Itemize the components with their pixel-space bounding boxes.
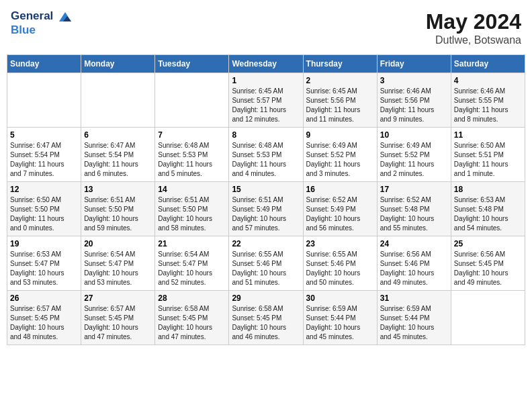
calendar-week-row: 26Sunrise: 6:57 AM Sunset: 5:45 PM Dayli… [7,291,525,345]
calendar-cell: 24Sunrise: 6:56 AM Sunset: 5:46 PM Dayli… [377,236,451,291]
calendar-week-row: 12Sunrise: 6:50 AM Sunset: 5:50 PM Dayli… [7,182,525,236]
day-number: 27 [84,293,152,303]
calendar-cell: 11Sunrise: 6:50 AM Sunset: 5:51 PM Dayli… [451,128,525,182]
day-info: Sunrise: 6:49 AM Sunset: 5:52 PM Dayligh… [380,141,448,179]
calendar-week-row: 1Sunrise: 6:45 AM Sunset: 5:57 PM Daylig… [7,73,525,128]
calendar-cell: 7Sunrise: 6:48 AM Sunset: 5:53 PM Daylig… [155,128,229,182]
page-header: General Blue May 2024 Dutlwe, Botswana [7,7,525,49]
calendar-cell: 31Sunrise: 6:59 AM Sunset: 5:44 PM Dayli… [377,291,451,345]
day-info: Sunrise: 6:47 AM Sunset: 5:54 PM Dayligh… [84,141,152,179]
day-number: 17 [380,185,448,194]
day-info: Sunrise: 6:46 AM Sunset: 5:56 PM Dayligh… [380,87,448,124]
calendar-cell: 9Sunrise: 6:49 AM Sunset: 5:52 PM Daylig… [303,128,377,182]
day-info: Sunrise: 6:58 AM Sunset: 5:45 PM Dayligh… [158,304,226,342]
day-info: Sunrise: 6:48 AM Sunset: 5:53 PM Dayligh… [232,141,300,179]
day-number: 26 [10,293,78,303]
day-info: Sunrise: 6:54 AM Sunset: 5:47 PM Dayligh… [84,250,152,287]
calendar-week-row: 5Sunrise: 6:47 AM Sunset: 5:54 PM Daylig… [7,128,525,182]
day-number: 10 [380,130,448,140]
calendar-cell: 8Sunrise: 6:48 AM Sunset: 5:53 PM Daylig… [229,128,303,182]
day-number: 5 [10,130,78,140]
day-number: 12 [10,185,78,194]
calendar-cell: 12Sunrise: 6:50 AM Sunset: 5:50 PM Dayli… [7,182,81,236]
location: Dutlwe, Botswana [426,34,521,46]
day-number: 23 [306,239,374,248]
day-number: 28 [158,293,226,303]
day-info: Sunrise: 6:50 AM Sunset: 5:51 PM Dayligh… [454,141,522,179]
logo: General Blue [11,9,73,37]
day-info: Sunrise: 6:58 AM Sunset: 5:45 PM Dayligh… [232,304,300,342]
header-friday: Friday [377,55,451,73]
calendar-header-row: SundayMondayTuesdayWednesdayThursdayFrid… [7,55,525,73]
day-info: Sunrise: 6:59 AM Sunset: 5:44 PM Dayligh… [380,304,448,342]
day-number: 31 [380,293,448,303]
calendar-cell [81,73,155,128]
day-info: Sunrise: 6:55 AM Sunset: 5:46 PM Dayligh… [306,250,374,287]
day-number: 8 [232,130,300,140]
calendar-cell: 13Sunrise: 6:51 AM Sunset: 5:50 PM Dayli… [81,182,155,236]
calendar-cell: 28Sunrise: 6:58 AM Sunset: 5:45 PM Dayli… [155,291,229,345]
day-number: 1 [232,76,300,85]
calendar-cell [155,73,229,128]
day-number: 20 [84,239,152,248]
calendar-cell: 1Sunrise: 6:45 AM Sunset: 5:57 PM Daylig… [229,73,303,128]
day-number: 9 [306,130,374,140]
header-tuesday: Tuesday [155,55,229,73]
day-info: Sunrise: 6:53 AM Sunset: 5:47 PM Dayligh… [10,250,78,287]
day-number: 13 [84,185,152,194]
day-number: 14 [158,185,226,194]
header-sunday: Sunday [7,55,81,73]
day-info: Sunrise: 6:57 AM Sunset: 5:45 PM Dayligh… [10,304,78,342]
day-info: Sunrise: 6:47 AM Sunset: 5:54 PM Dayligh… [10,141,78,179]
day-info: Sunrise: 6:54 AM Sunset: 5:47 PM Dayligh… [158,250,226,287]
calendar-cell: 17Sunrise: 6:52 AM Sunset: 5:48 PM Dayli… [377,182,451,236]
day-number: 29 [232,293,300,303]
calendar-cell: 29Sunrise: 6:58 AM Sunset: 5:45 PM Dayli… [229,291,303,345]
calendar-cell: 30Sunrise: 6:59 AM Sunset: 5:44 PM Dayli… [303,291,377,345]
day-number: 6 [84,130,152,140]
day-number: 25 [454,239,522,248]
calendar-cell: 18Sunrise: 6:53 AM Sunset: 5:48 PM Dayli… [451,182,525,236]
calendar-cell: 23Sunrise: 6:55 AM Sunset: 5:46 PM Dayli… [303,236,377,291]
month-year: May 2024 [426,9,521,34]
calendar-cell: 5Sunrise: 6:47 AM Sunset: 5:54 PM Daylig… [7,128,81,182]
day-number: 21 [158,239,226,248]
logo-blue-text: Blue [11,24,73,37]
day-info: Sunrise: 6:50 AM Sunset: 5:50 PM Dayligh… [10,195,78,233]
day-number: 11 [454,130,522,140]
calendar-cell: 3Sunrise: 6:46 AM Sunset: 5:56 PM Daylig… [377,73,451,128]
day-number: 19 [10,239,78,248]
calendar-cell: 10Sunrise: 6:49 AM Sunset: 5:52 PM Dayli… [377,128,451,182]
day-number: 16 [306,185,374,194]
header-monday: Monday [81,55,155,73]
calendar-cell: 2Sunrise: 6:45 AM Sunset: 5:56 PM Daylig… [303,73,377,128]
day-number: 30 [306,293,374,303]
day-info: Sunrise: 6:56 AM Sunset: 5:46 PM Dayligh… [380,250,448,287]
day-number: 15 [232,185,300,194]
day-number: 2 [306,76,374,85]
header-thursday: Thursday [303,55,377,73]
calendar-cell [7,73,81,128]
calendar-cell: 26Sunrise: 6:57 AM Sunset: 5:45 PM Dayli… [7,291,81,345]
day-info: Sunrise: 6:52 AM Sunset: 5:48 PM Dayligh… [380,195,448,233]
header-wednesday: Wednesday [229,55,303,73]
calendar-cell: 20Sunrise: 6:54 AM Sunset: 5:47 PM Dayli… [81,236,155,291]
day-info: Sunrise: 6:55 AM Sunset: 5:46 PM Dayligh… [232,250,300,287]
calendar-cell [451,291,525,345]
calendar-cell: 16Sunrise: 6:52 AM Sunset: 5:49 PM Dayli… [303,182,377,236]
day-number: 4 [454,76,522,85]
calendar-table: SundayMondayTuesdayWednesdayThursdayFrid… [7,54,525,345]
calendar-cell: 15Sunrise: 6:51 AM Sunset: 5:49 PM Dayli… [229,182,303,236]
day-info: Sunrise: 6:56 AM Sunset: 5:45 PM Dayligh… [454,250,522,287]
day-number: 24 [380,239,448,248]
day-info: Sunrise: 6:59 AM Sunset: 5:44 PM Dayligh… [306,304,374,342]
day-info: Sunrise: 6:45 AM Sunset: 5:56 PM Dayligh… [306,87,374,124]
header-saturday: Saturday [451,55,525,73]
day-info: Sunrise: 6:57 AM Sunset: 5:45 PM Dayligh… [84,304,152,342]
calendar-cell: 14Sunrise: 6:51 AM Sunset: 5:50 PM Dayli… [155,182,229,236]
calendar-cell: 21Sunrise: 6:54 AM Sunset: 5:47 PM Dayli… [155,236,229,291]
calendar-cell: 22Sunrise: 6:55 AM Sunset: 5:46 PM Dayli… [229,236,303,291]
day-info: Sunrise: 6:49 AM Sunset: 5:52 PM Dayligh… [306,141,374,179]
day-info: Sunrise: 6:46 AM Sunset: 5:55 PM Dayligh… [454,87,522,124]
calendar-week-row: 19Sunrise: 6:53 AM Sunset: 5:47 PM Dayli… [7,236,525,291]
